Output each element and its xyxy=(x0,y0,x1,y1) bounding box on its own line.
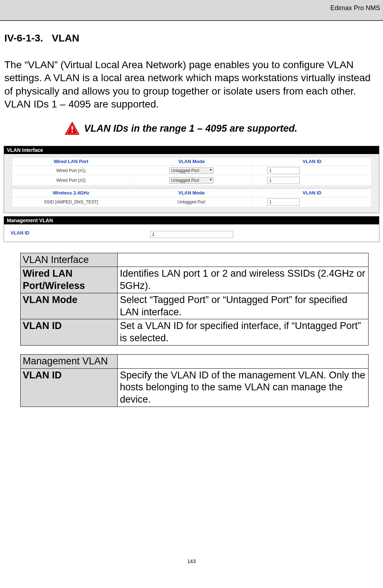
vlan-mode-static: Untagged Port xyxy=(130,197,253,207)
desc-header-empty xyxy=(118,253,369,267)
intro-paragraph: The “VLAN” (Virtual Local Area Network) … xyxy=(4,58,379,111)
svg-rect-3 xyxy=(71,131,73,132)
wired-port-label: Wired Port (#2) xyxy=(12,175,130,185)
warning-icon xyxy=(65,122,79,135)
desc-key: Wired LAN Port/Wireless xyxy=(21,267,118,293)
desc-value: Select “Tagged Port” or “Untagged Port” … xyxy=(118,293,369,319)
vlan-mode-select[interactable]: Untagged Port xyxy=(169,177,213,184)
wireless-table: Wireless 2.4GHz VLAN Mode VLAN ID SSID [… xyxy=(12,188,371,207)
desc-value: Specify the VLAN ID of the management VL… xyxy=(118,368,369,407)
page-number: 143 xyxy=(0,558,383,568)
section-number: IV-6-1-3. xyxy=(4,32,43,44)
wired-header-port: Wired LAN Port xyxy=(12,157,130,166)
table-row: Wired Port (#2) Untagged Port 1 xyxy=(12,175,371,185)
desc-key: VLAN Mode xyxy=(21,293,118,319)
warning-row: VLAN IDs in the range 1 – 4095 are suppo… xyxy=(4,122,379,135)
desc-value: Identifies LAN port 1 or 2 and wireless … xyxy=(118,267,369,293)
management-vlan-panel-title: Management VLAN xyxy=(4,216,379,224)
section-heading: IV-6-1-3.VLAN xyxy=(4,32,379,44)
desc-header-empty xyxy=(118,354,369,368)
ssid-label: SSID [AMPED_DNS_TEST] xyxy=(12,197,130,207)
mgmt-vlan-id-input[interactable]: 1 xyxy=(150,231,233,238)
management-vlan-desc-table: Management VLAN VLAN ID Specify the VLAN… xyxy=(20,354,369,407)
management-vlan-panel: Management VLAN VLAN ID 1 xyxy=(4,216,379,242)
desc-header-cell: VLAN Interface xyxy=(21,253,118,267)
wired-header-id: VLAN ID xyxy=(253,157,371,166)
vlan-interface-desc-table: VLAN Interface Wired LAN Port/Wireless I… xyxy=(20,253,369,346)
wired-ports-table: Wired LAN Port VLAN Mode VLAN ID Wired P… xyxy=(12,157,371,185)
mgmt-vlan-id-label: VLAN ID xyxy=(8,227,147,240)
wireless-header-mode: VLAN Mode xyxy=(130,188,253,197)
desc-header-cell: Management VLAN xyxy=(21,354,118,368)
vlan-mode-select[interactable]: Untagged Port xyxy=(169,167,213,174)
page-header-bar: Edimax Pro NMS xyxy=(0,0,383,21)
wireless-header-id: VLAN ID xyxy=(253,188,371,197)
vlan-id-input[interactable]: 1 xyxy=(267,177,300,184)
product-name: Edimax Pro NMS xyxy=(330,4,380,12)
desc-key: VLAN ID xyxy=(21,368,118,407)
desc-value: Set a VLAN ID for specified interface, i… xyxy=(118,319,369,346)
vlan-interface-panel: VLAN Interface Wired LAN Port VLAN Mode … xyxy=(4,146,379,213)
wired-header-mode: VLAN Mode xyxy=(130,157,253,166)
vlan-id-input[interactable]: 1 xyxy=(267,198,300,206)
vlan-interface-panel-title: VLAN Interface xyxy=(4,146,379,154)
table-row: SSID [AMPED_DNS_TEST] Untagged Port 1 xyxy=(12,197,371,207)
vlan-id-input[interactable]: 1 xyxy=(267,167,300,174)
table-row: Wired Port (#1) Untagged Port 1 xyxy=(12,166,371,175)
svg-rect-2 xyxy=(71,126,73,130)
section-title: VLAN xyxy=(52,32,79,44)
wireless-header-ssid: Wireless 2.4GHz xyxy=(12,188,130,197)
desc-key: VLAN ID xyxy=(21,319,118,346)
warning-text: VLAN IDs in the range 1 – 4095 are suppo… xyxy=(84,123,297,133)
wired-port-label: Wired Port (#1) xyxy=(12,166,130,175)
